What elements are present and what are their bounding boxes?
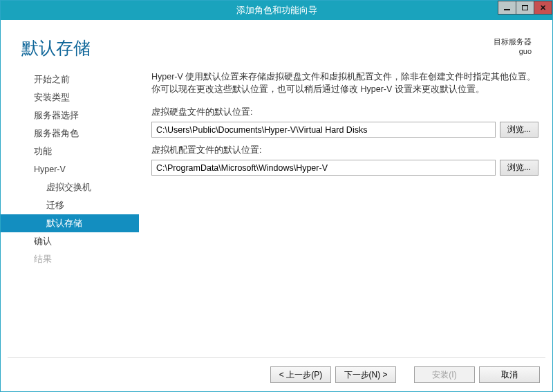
vhd-location-row: 浏览... bbox=[151, 122, 538, 138]
sidebar-item-server-roles[interactable]: 服务器角色 bbox=[1, 124, 139, 142]
target-server-value: guo bbox=[494, 47, 532, 55]
config-browse-button[interactable]: 浏览... bbox=[500, 160, 538, 176]
minimize-icon bbox=[504, 9, 510, 10]
sidebar-item-server-selection[interactable]: 服务器选择 bbox=[1, 106, 139, 124]
content-area: 默认存储 目标服务器 guo 开始之前 安装类型 服务器选择 服务器角色 功能 … bbox=[1, 20, 552, 391]
description-text: Hyper-V 使用默认位置来存储虚拟硬盘文件和虚拟机配置文件，除非在创建文件时… bbox=[151, 71, 538, 95]
sidebar-item-default-stores[interactable]: 默认存储 bbox=[1, 214, 139, 232]
main-panel: Hyper-V 使用默认位置来存储虚拟硬盘文件和虚拟机配置文件，除非在创建文件时… bbox=[139, 64, 545, 357]
footer: < 上一步(P) 下一步(N) > 安装(I) 取消 bbox=[8, 358, 545, 391]
next-button[interactable]: 下一步(N) > bbox=[335, 366, 396, 383]
maximize-icon bbox=[522, 5, 528, 10]
minimize-button[interactable] bbox=[498, 1, 516, 15]
cancel-button[interactable]: 取消 bbox=[479, 366, 540, 383]
sidebar: 开始之前 安装类型 服务器选择 服务器角色 功能 Hyper-V 虚拟交换机 迁… bbox=[1, 64, 139, 357]
vhd-browse-button[interactable]: 浏览... bbox=[500, 122, 538, 138]
target-server-label: 目标服务器 bbox=[494, 37, 532, 47]
wizard-window: 添加角色和功能向导 ✕ 默认存储 目标服务器 guo 开始之前 安装类型 服务器… bbox=[0, 0, 553, 392]
close-icon: ✕ bbox=[540, 3, 546, 12]
page-title: 默认存储 bbox=[21, 37, 494, 59]
sidebar-item-results: 结果 bbox=[1, 250, 139, 268]
sidebar-item-virtual-switches[interactable]: 虚拟交换机 bbox=[1, 178, 139, 196]
sidebar-item-confirmation[interactable]: 确认 bbox=[1, 232, 139, 250]
target-server-box: 目标服务器 guo bbox=[494, 37, 532, 55]
config-location-row: 浏览... bbox=[151, 160, 538, 176]
sidebar-item-hyper-v[interactable]: Hyper-V bbox=[1, 160, 139, 178]
window-title: 添加角色和功能向导 bbox=[236, 5, 317, 17]
config-location-label: 虚拟机配置文件的默认位置: bbox=[151, 144, 538, 156]
footer-separator: < 上一步(P) 下一步(N) > 安装(I) 取消 bbox=[8, 357, 545, 391]
sidebar-item-installation-type[interactable]: 安装类型 bbox=[1, 88, 139, 106]
title-bar[interactable]: 添加角色和功能向导 ✕ bbox=[1, 1, 552, 20]
body: 开始之前 安装类型 服务器选择 服务器角色 功能 Hyper-V 虚拟交换机 迁… bbox=[1, 64, 552, 357]
close-button[interactable]: ✕ bbox=[534, 1, 552, 15]
page-header: 默认存储 目标服务器 guo bbox=[1, 20, 552, 64]
sidebar-item-before-you-begin[interactable]: 开始之前 bbox=[1, 71, 139, 88]
sidebar-item-migration[interactable]: 迁移 bbox=[1, 196, 139, 214]
install-button: 安装(I) bbox=[414, 366, 475, 383]
vhd-location-label: 虚拟硬盘文件的默认位置: bbox=[151, 106, 538, 118]
config-location-input[interactable] bbox=[151, 160, 496, 176]
sidebar-item-features[interactable]: 功能 bbox=[1, 142, 139, 160]
vhd-location-input[interactable] bbox=[151, 122, 496, 138]
window-controls: ✕ bbox=[498, 1, 552, 15]
previous-button[interactable]: < 上一步(P) bbox=[270, 366, 331, 383]
maximize-button[interactable] bbox=[516, 1, 534, 15]
